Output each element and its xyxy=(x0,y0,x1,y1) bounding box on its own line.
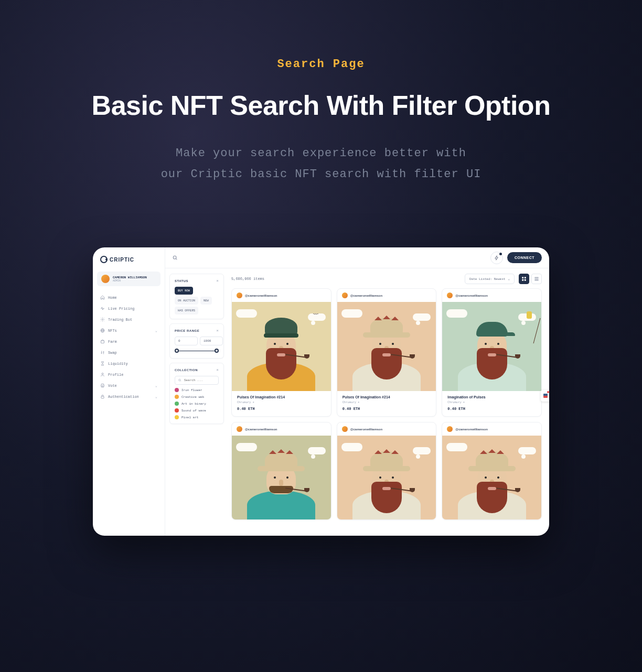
sidebar-item-label: Live Pricing xyxy=(108,307,134,311)
sidebar-item-farm[interactable]: Farm xyxy=(97,337,160,346)
collection-dot-icon xyxy=(175,402,179,406)
user-card[interactable]: CAMERON WILLIAMSON ADMIN xyxy=(97,272,160,286)
side-widget-button[interactable] xyxy=(541,390,549,402)
sort-dropdown[interactable]: Date Listed: Newest ⌄ xyxy=(465,274,515,284)
sidebar-item-label: Swap xyxy=(108,351,117,355)
nft-image xyxy=(232,436,331,519)
app-frame: CRIPTIC CAMERON WILLIAMSON ADMIN HomeLiv… xyxy=(93,247,549,536)
svg-point-0 xyxy=(102,319,103,320)
hero-subtitle-line: Make your search experience better with xyxy=(0,143,642,164)
globe-icon xyxy=(100,328,105,333)
sidebar-item-label: Liquidity xyxy=(108,362,128,366)
collection-item[interactable]: Pixel art xyxy=(175,415,219,419)
nft-card[interactable]: @cameronwilliamson xyxy=(442,422,542,520)
collection-search[interactable] xyxy=(175,376,219,385)
svg-rect-2 xyxy=(101,341,104,343)
nft-card[interactable]: @cameronwilliamson〰Pulses Of Imagination… xyxy=(231,288,331,417)
filters: STATUS × BUY NOWON AUCTIONNEWHAS OFFERS … xyxy=(165,268,228,536)
chevron-down-icon: ⌄ xyxy=(508,277,510,281)
svg-rect-14 xyxy=(534,279,539,279)
sidebar-item-authentication[interactable]: Authentication⌄ xyxy=(97,392,160,402)
search-icon[interactable] xyxy=(173,253,178,263)
price-title: PRICE RANGE xyxy=(175,329,199,332)
nft-title: Pulses Of Imagination #214 xyxy=(237,395,326,399)
sidebar-item-trading-bot[interactable]: Trading Bot xyxy=(97,315,160,324)
price-panel: PRICE RANGE × xyxy=(169,323,224,359)
nft-owner: @cameronwilliamson xyxy=(455,294,488,297)
nft-collection: Chromory ✶ xyxy=(237,400,326,404)
nft-title: Pulses Of Imagination #214 xyxy=(343,395,431,399)
sidebar-item-label: Farm xyxy=(108,340,117,344)
verified-icon: ✶ xyxy=(358,400,359,404)
sidebar-item-nfts[interactable]: NFTs⌄ xyxy=(97,326,160,335)
collection-label: Sound of wave xyxy=(181,409,206,413)
price-slider[interactable] xyxy=(175,349,219,354)
flash-button[interactable] xyxy=(490,252,503,264)
vote-icon xyxy=(100,383,105,388)
collection-item[interactable]: Art in binary xyxy=(175,402,219,406)
farm-icon xyxy=(100,339,105,344)
svg-rect-12 xyxy=(525,279,526,281)
nft-card[interactable]: @cameronwilliamsonImagination of PulsesC… xyxy=(442,288,542,417)
nft-collection: Chromory ✶ xyxy=(447,400,536,404)
collection-label: Creative web xyxy=(181,395,204,399)
avatar xyxy=(237,292,242,298)
sidebar-item-label: Trading Bot xyxy=(108,318,132,322)
slider-knob-min[interactable] xyxy=(175,349,179,353)
sidebar-item-vote[interactable]: Vote⌄ xyxy=(97,381,160,391)
avatar xyxy=(447,292,453,298)
results: 5,686,066 items Date Listed: Newest ⌄ xyxy=(228,268,549,536)
status-chip-on-auction[interactable]: ON AUCTION xyxy=(175,297,198,305)
svg-line-8 xyxy=(180,381,181,381)
svg-rect-4 xyxy=(101,396,104,398)
sidebar-item-live-pricing[interactable]: Live Pricing xyxy=(97,304,160,313)
nft-price: 0.40 ETH xyxy=(447,407,536,411)
close-icon[interactable]: × xyxy=(216,278,219,283)
price-max-input[interactable] xyxy=(200,337,223,345)
search-icon xyxy=(178,378,181,382)
collection-search-input[interactable] xyxy=(184,378,215,382)
collection-item[interactable]: Sound of wave xyxy=(175,408,219,413)
nft-card[interactable]: @cameronwilliamson xyxy=(231,422,331,520)
svg-rect-13 xyxy=(534,277,539,278)
svg-point-5 xyxy=(173,256,176,259)
sidebar-item-profile[interactable]: Profile xyxy=(97,370,160,380)
sidebar-item-swap[interactable]: Swap xyxy=(97,348,160,357)
slider-knob-max[interactable] xyxy=(215,349,219,353)
sidebar-item-home[interactable]: Home xyxy=(97,292,160,302)
nft-card[interactable]: @cameronwilliamsonPulses Of Imagination … xyxy=(337,288,437,417)
close-icon[interactable]: × xyxy=(216,328,219,333)
gear-icon xyxy=(100,317,105,322)
avatar xyxy=(342,426,348,432)
collection-item[interactable]: Iron flower xyxy=(175,388,219,392)
collection-dot-icon xyxy=(175,395,179,399)
close-icon[interactable]: × xyxy=(216,367,219,372)
hourglass-icon xyxy=(100,361,105,366)
status-chip-buy-now[interactable]: BUY NOW xyxy=(175,287,193,295)
collection-dot-icon xyxy=(175,388,179,392)
nft-price: 0.40 ETH xyxy=(343,407,431,411)
nft-card[interactable]: @cameronwilliamson xyxy=(337,422,437,520)
sidebar-item-liquidity[interactable]: Liquidity xyxy=(97,359,160,368)
status-chip-new[interactable]: NEW xyxy=(200,297,212,305)
connect-button[interactable]: CONNECT xyxy=(507,252,542,263)
nav: HomeLive PricingTrading BotNFTs⌄FarmSwap… xyxy=(97,292,160,402)
collection-item[interactable]: Creative web xyxy=(175,395,219,399)
logo[interactable]: CRIPTIC xyxy=(97,254,160,268)
sidebar-item-label: Authentication xyxy=(108,395,139,399)
grid-view-button[interactable] xyxy=(519,274,529,284)
status-chip-has-offers[interactable]: HAS OFFERS xyxy=(175,307,198,315)
nft-owner: @cameronwilliamson xyxy=(350,428,383,431)
collection-title: COLLECTION xyxy=(175,368,198,372)
sidebar-item-label: NFTs xyxy=(108,329,117,333)
svg-point-3 xyxy=(102,373,103,375)
topbar: CONNECT xyxy=(165,247,549,268)
list-view-button[interactable] xyxy=(531,274,542,284)
home-icon xyxy=(100,295,105,300)
nft-owner: @cameronwilliamson xyxy=(350,294,383,297)
logo-icon xyxy=(100,256,108,263)
sidebar-item-label: Home xyxy=(108,296,117,300)
profile-icon xyxy=(100,372,105,377)
price-min-input[interactable] xyxy=(175,337,198,345)
user-role: ADMIN xyxy=(113,279,147,283)
